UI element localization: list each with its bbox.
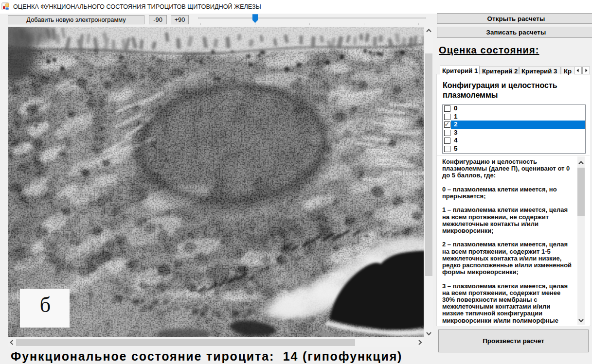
svg-text:б: б (40, 293, 51, 317)
